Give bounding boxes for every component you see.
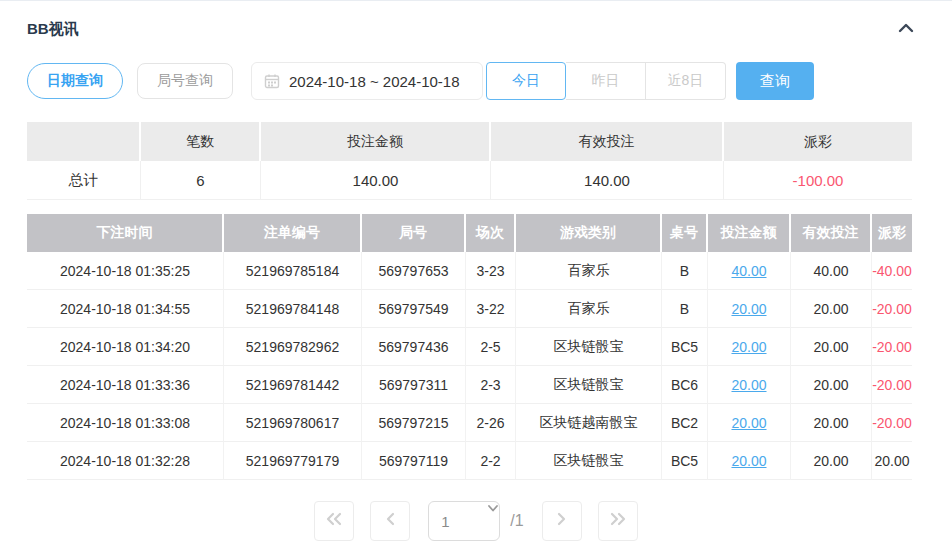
bet-amount-link[interactable]: 40.00 [731,263,766,279]
page-total-label: /1 [510,512,523,530]
cell-table-no: BC5 [662,328,708,366]
cell-session: 3-22 [466,290,516,328]
summary-value-2: 140.00 [261,161,491,200]
cell-bet-amount: 20.00 [708,366,791,404]
chevron-left-icon [384,512,396,530]
cell-session: 2-2 [466,442,516,480]
cell-payout: -20.00 [872,328,912,366]
summary-total-row: 总计6140.00140.00-100.00 [27,161,912,200]
cell-valid-bet: 20.00 [791,442,872,480]
cell-bet-time: 2024-10-18 01:33:36 [27,366,224,404]
collapse-button[interactable] [896,21,916,39]
search-button[interactable]: 查询 [736,62,814,100]
bet-amount-link[interactable]: 20.00 [731,339,766,355]
table-row: 2024-10-18 01:33:08521969780617569797215… [27,404,912,442]
table-row: 2024-10-18 01:35:25521969785184569797653… [27,252,912,290]
summary-value-3: 140.00 [491,161,724,200]
cell-game-type: 区块链骰宝 [516,442,662,480]
header-bet-time: 下注时间 [27,214,224,252]
bet-amount-link[interactable]: 20.00 [731,453,766,469]
cell-valid-bet: 40.00 [791,252,872,290]
cell-round-no: 569797311 [362,366,466,404]
summary-header-cell-4: 派彩 [724,122,912,161]
date-query-tab[interactable]: 日期查询 [27,63,123,99]
header-session: 场次 [466,214,516,252]
cell-bet-time: 2024-10-18 01:34:55 [27,290,224,328]
cell-session: 3-23 [466,252,516,290]
last-page-button[interactable] [598,501,638,541]
quick-range-button-0[interactable]: 今日 [486,62,566,100]
bet-amount-link[interactable]: 20.00 [731,377,766,393]
filter-bar: 日期查询 局号查询 2024-10-18 ~ 2024-10-18 今日昨日近8… [27,62,952,100]
summary-header-cell-0 [27,122,141,161]
header-table-no: 桌号 [662,214,708,252]
quick-range-button-2[interactable]: 近8日 [646,62,726,100]
cell-round-no: 569797436 [362,328,466,366]
cell-payout: -40.00 [872,252,912,290]
cell-table-no: B [662,290,708,328]
date-range-value: 2024-10-18 ~ 2024-10-18 [289,73,460,90]
page-select-wrap: 1 [428,501,500,541]
page-title: BB视讯 [27,20,79,39]
cell-payout: 20.00 [872,442,912,480]
header-order-no: 注单编号 [224,214,362,252]
bb-video-panel: BB视讯 日期查询 局号查询 2024-10-18 ~ 2024-10-18 今… [0,0,952,546]
cell-bet-time: 2024-10-18 01:35:25 [27,252,224,290]
table-row: 2024-10-18 01:34:55521969784148569797549… [27,290,912,328]
quick-range-button-1[interactable]: 昨日 [566,62,646,100]
round-query-tab[interactable]: 局号查询 [137,63,233,99]
summary-value-1: 6 [141,161,261,200]
header-round-no: 局号 [362,214,466,252]
cell-valid-bet: 20.00 [791,290,872,328]
table-header-row: 下注时间注单编号局号场次游戏类别桌号投注金额有效投注派彩 [27,214,912,252]
header-payout: 派彩 [872,214,912,252]
cell-session: 2-5 [466,328,516,366]
cell-order-no: 521969784148 [224,290,362,328]
prev-page-button[interactable] [370,501,410,541]
pagination: 1 /1 [0,501,952,541]
cell-game-type: 区块链越南骰宝 [516,404,662,442]
cell-payout: -20.00 [872,404,912,442]
cell-table-no: BC2 [662,404,708,442]
bet-amount-link[interactable]: 20.00 [731,301,766,317]
summary-header-row: 笔数投注金额有效投注派彩 [27,122,912,161]
next-page-button[interactable] [542,501,582,541]
cell-round-no: 569797653 [362,252,466,290]
summary-header-cell-2: 投注金额 [261,122,491,161]
cell-session: 2-3 [466,366,516,404]
cell-order-no: 521969785184 [224,252,362,290]
date-range-input[interactable]: 2024-10-18 ~ 2024-10-18 [251,62,483,100]
cell-table-no: BC5 [662,442,708,480]
cell-bet-time: 2024-10-18 01:34:20 [27,328,224,366]
cell-bet-amount: 20.00 [708,290,791,328]
cell-bet-time: 2024-10-18 01:32:28 [27,442,224,480]
header-game-type: 游戏类别 [516,214,662,252]
cell-bet-amount: 40.00 [708,252,791,290]
page-select[interactable]: 1 [428,501,500,541]
table-row: 2024-10-18 01:32:28521969779179569797119… [27,442,912,480]
cell-order-no: 521969779179 [224,442,362,480]
cell-bet-amount: 20.00 [708,442,791,480]
bet-records-table: 下注时间注单编号局号场次游戏类别桌号投注金额有效投注派彩 2024-10-18 … [27,214,912,480]
cell-round-no: 569797119 [362,442,466,480]
bet-amount-link[interactable]: 20.00 [731,415,766,431]
first-page-button[interactable] [314,501,354,541]
table-body: 2024-10-18 01:35:25521969785184569797653… [27,252,912,480]
cell-table-no: B [662,252,708,290]
cell-round-no: 569797215 [362,404,466,442]
cell-session: 2-26 [466,404,516,442]
cell-order-no: 521969782962 [224,328,362,366]
cell-valid-bet: 20.00 [791,404,872,442]
panel-header: BB视讯 [0,1,952,39]
calendar-icon [264,73,280,89]
cell-payout: -20.00 [872,366,912,404]
cell-valid-bet: 20.00 [791,366,872,404]
cell-game-type: 区块链骰宝 [516,328,662,366]
table-row: 2024-10-18 01:34:20521969782962569797436… [27,328,912,366]
cell-bet-amount: 20.00 [708,328,791,366]
cell-valid-bet: 20.00 [791,328,872,366]
cell-game-type: 区块链骰宝 [516,366,662,404]
summary-total-label: 总计 [27,161,141,200]
summary-header-cell-3: 有效投注 [491,122,724,161]
header-valid-bet: 有效投注 [791,214,872,252]
